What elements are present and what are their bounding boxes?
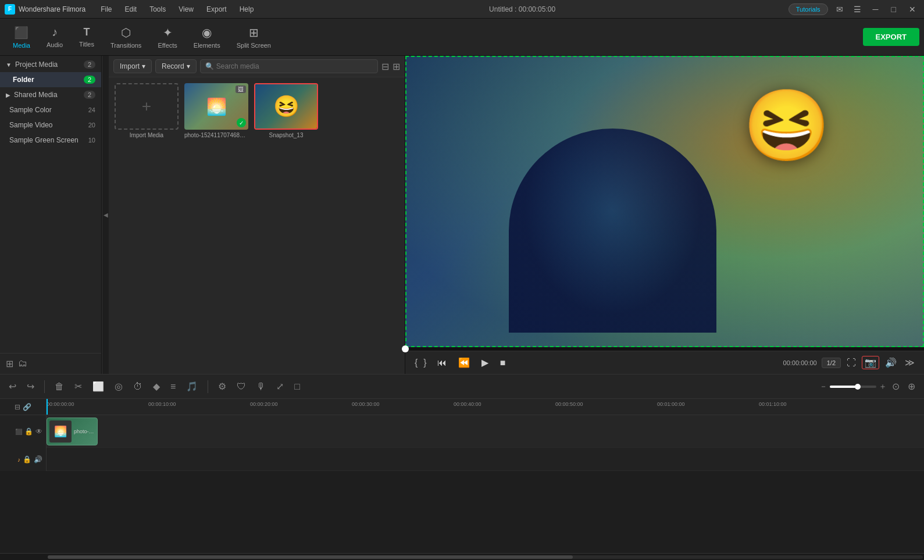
menu-view[interactable]: View	[176, 3, 196, 16]
import-dropdown[interactable]: Import ▾	[113, 59, 152, 73]
toolbar-titles[interactable]: T Titles	[71, 24, 102, 50]
play-button[interactable]: ▶	[478, 355, 492, 370]
maximize-button[interactable]: □	[888, 3, 900, 15]
mic-icon[interactable]: 🎙	[254, 380, 269, 394]
tutorials-button[interactable]: Tutorials	[789, 3, 828, 15]
preview-left-markers: { }	[412, 356, 429, 369]
minimize-button[interactable]: ─	[869, 3, 882, 15]
subtitle-icon[interactable]: □	[291, 380, 303, 394]
fit-icon[interactable]: ⊙	[889, 379, 902, 394]
delete-button[interactable]: 🗑	[52, 380, 67, 394]
app-logo: F	[5, 4, 15, 15]
marker-start-icon[interactable]: {	[412, 356, 420, 369]
toolbar-effects[interactable]: ✦ Effects	[149, 23, 185, 51]
snapshot13-thumb[interactable]: 😆	[254, 83, 318, 130]
search-icon: 🔍	[205, 62, 214, 70]
toolbar-media[interactable]: ⬛ Media	[5, 23, 38, 51]
rewind-button[interactable]: ⏮	[434, 355, 450, 370]
import-placeholder[interactable]: +	[115, 83, 179, 130]
menu-edit[interactable]: Edit	[123, 3, 140, 16]
titles-label: Titles	[79, 41, 94, 48]
keyframe-button[interactable]: ◆	[150, 379, 163, 394]
progress-bar[interactable]	[405, 347, 924, 351]
crop-button[interactable]: ⬜	[90, 379, 107, 394]
step-back-button[interactable]: ⏪	[455, 355, 473, 370]
more-icon[interactable]: ≫	[902, 356, 917, 369]
preview-ratio-button[interactable]: 1/2	[822, 358, 841, 368]
lock-icon[interactable]: 🔒	[24, 427, 33, 436]
photo-badge: 🖼	[236, 85, 246, 93]
import-label: Import	[120, 62, 140, 70]
sidebar-item-sample-color[interactable]: Sample Color 24	[0, 102, 101, 117]
rotate-button[interactable]: ◎	[112, 379, 126, 394]
ruler-40: 00:00:40:00	[454, 401, 481, 407]
snap-icon[interactable]: ⊟	[15, 403, 20, 411]
sidebar-item-folder[interactable]: Folder 2	[0, 72, 101, 87]
menu-export[interactable]: Export	[204, 3, 229, 16]
export-button[interactable]: EXPORT	[863, 28, 919, 46]
sample-green-screen-label: Sample Green Screen	[9, 136, 79, 144]
message-icon[interactable]: ✉	[834, 3, 845, 15]
folder-icon[interactable]: 🗂	[18, 358, 27, 369]
speaker-icon[interactable]: 🔊	[34, 455, 42, 463]
undo-button[interactable]: ↩	[6, 379, 19, 394]
sidebar-item-shared-media[interactable]: ▶ Shared Media 2	[0, 87, 101, 102]
camera-icon[interactable]: 📷	[862, 356, 879, 369]
timeline-tracks: 🌅 photo-15241...	[47, 415, 924, 553]
sample-color-count: 24	[88, 106, 95, 113]
sidebar-item-sample-green-screen[interactable]: Sample Green Screen 10	[0, 133, 101, 148]
stop-button[interactable]: ■	[497, 355, 509, 370]
import-media-item[interactable]: + Import Media	[115, 83, 179, 138]
zoom-in-icon[interactable]: ＋	[879, 381, 887, 392]
search-input[interactable]	[216, 62, 373, 70]
menu-help[interactable]: Help	[237, 3, 256, 16]
sidebar-item-project-media[interactable]: ▼ Project Media 2	[0, 57, 101, 72]
record-dropdown[interactable]: Record ▾	[155, 59, 197, 73]
elements-icon: ◉	[202, 26, 212, 40]
video-track-header: ⬛ 🔒 👁	[0, 415, 47, 448]
ruler-0: 00:00:00:00	[47, 401, 74, 407]
new-folder-icon[interactable]: ⊞	[6, 358, 13, 369]
toolbar-split-screen[interactable]: ⊞ Split Screen	[229, 23, 279, 51]
media-item-photo1[interactable]: 🌅 🖼 ✓ photo-15241170746881-...	[184, 83, 248, 138]
zoom-out-icon[interactable]: －	[819, 381, 827, 392]
marker-end-icon[interactable]: }	[421, 356, 429, 369]
eye-icon[interactable]: 👁	[35, 427, 42, 436]
redo-button[interactable]: ↪	[24, 379, 37, 394]
preview-controls: { } ⏮ ⏪ ▶ ■ 00:00:00:00 1/2 ⛶ 📷 🔊 ≫	[405, 351, 924, 374]
photo1-thumb[interactable]: 🌅 🖼 ✓	[184, 83, 248, 130]
toolbar-elements[interactable]: ◉ Elements	[185, 23, 229, 51]
menu-tools[interactable]: Tools	[147, 3, 168, 16]
menu-icon[interactable]: ☰	[851, 3, 864, 15]
detach-icon[interactable]: ⤢	[273, 379, 287, 394]
grid-view-icon[interactable]: ⊞	[393, 61, 400, 72]
media-label: Media	[13, 42, 30, 49]
sidebar-item-sample-video[interactable]: Sample Video 20	[0, 117, 101, 133]
close-button[interactable]: ✕	[905, 3, 919, 15]
menu-file[interactable]: File	[98, 3, 114, 16]
progress-handle[interactable]	[402, 345, 409, 352]
audio-icon: ♪	[52, 26, 58, 39]
media-search-box[interactable]: 🔍	[200, 59, 378, 73]
video-clip[interactable]: 🌅 photo-15241...	[47, 418, 98, 445]
toolbar-audio[interactable]: ♪ Audio	[38, 23, 71, 51]
shield-icon[interactable]: 🛡	[234, 380, 249, 394]
add-track-icon[interactable]: ⊕	[905, 379, 918, 394]
toolbar-transitions[interactable]: ⬡ Transitions	[102, 23, 149, 51]
volume-icon[interactable]: 🔊	[883, 356, 899, 369]
fullscreen-icon[interactable]: ⛶	[844, 356, 858, 369]
adjust-button[interactable]: ≡	[167, 380, 179, 394]
media-icon: ⬛	[14, 26, 28, 40]
media-item-snapshot13[interactable]: 😆 Snapshot_13	[254, 83, 318, 138]
filter-icon[interactable]: ⊟	[381, 61, 389, 72]
sidebar-collapse-handle[interactable]: ◀	[102, 56, 109, 374]
audio-button[interactable]: 🎵	[183, 379, 201, 394]
duration-button[interactable]: ⏱	[130, 380, 145, 394]
scrollbar-thumb[interactable]	[48, 555, 573, 559]
link-icon[interactable]: 🔗	[23, 403, 31, 411]
scrollbar-track[interactable]	[48, 555, 923, 559]
zoom-slider[interactable]	[830, 386, 876, 388]
settings-icon[interactable]: ⚙	[215, 379, 229, 394]
cut-button[interactable]: ✂	[72, 379, 85, 394]
audio-lock-icon[interactable]: 🔒	[23, 455, 31, 463]
